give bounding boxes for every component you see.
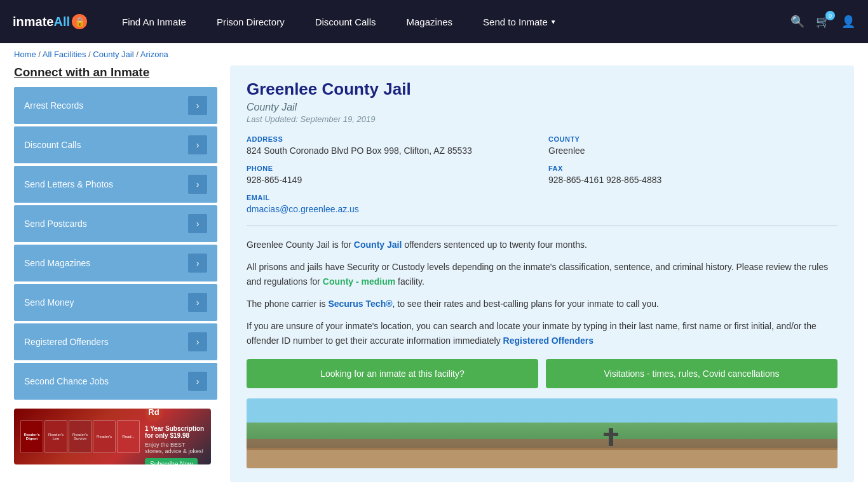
facility-type: County Jail (247, 102, 837, 113)
sidebar-item-label: Send Magazines (24, 258, 90, 268)
dropdown-arrow-icon: ▼ (550, 18, 557, 25)
sidebar-item-second-chance-jobs[interactable]: Second Chance Jobs › (14, 363, 217, 400)
sidebar-item-arrest-records[interactable]: Arrest Records › (14, 87, 217, 124)
arrow-icon: › (188, 96, 207, 115)
desc-1: Greenlee County Jail is for County Jail … (247, 238, 837, 252)
sidebar-item-registered-offenders[interactable]: Registered Offenders › (14, 323, 217, 360)
address-value: 824 South Coronado Blvd PO Box 998, Clif… (247, 146, 536, 156)
breadcrumb: Home / All Facilities / County Jail / Ar… (0, 43, 868, 65)
arrow-icon: › (188, 175, 207, 194)
visitations-button[interactable]: Visitations - times, rules, Covid cancel… (546, 359, 837, 388)
sidebar-item-send-money[interactable]: Send Money › (14, 284, 217, 321)
nav-find-inmate[interactable]: Find An Inmate (107, 0, 201, 43)
find-inmate-button[interactable]: Looking for an inmate at this facility? (247, 359, 538, 388)
phone-value: 928-865-4149 (247, 175, 536, 185)
arrow-icon: › (188, 254, 207, 273)
desc2-rest: facility. (395, 276, 424, 287)
user-icon[interactable]: 👤 (841, 15, 855, 29)
desc3-rest: , to see their rates and best-calling pl… (393, 299, 659, 309)
address-label: ADDRESS (247, 135, 536, 143)
desc3-text: The phone carrier is (247, 299, 328, 309)
logo-icon: 🔒 (71, 13, 88, 30)
sidebar-item-label: Discount Calls (24, 140, 81, 150)
facility-title: Greenlee County Jail (247, 79, 837, 99)
sidebar-menu: Arrest Records › Discount Calls › Send L… (14, 87, 217, 400)
nav-links: Find An Inmate Prison Directory Discount… (107, 0, 790, 43)
email-label: EMAIL (247, 194, 536, 201)
ad-mag-5: Read... (117, 420, 140, 453)
securus-link[interactable]: Securus Tech® (328, 299, 392, 309)
fax-label: FAX (548, 165, 837, 172)
breadcrumb-home[interactable]: Home (14, 50, 36, 59)
logo-text: inmate (13, 15, 53, 29)
nav-magazines[interactable]: Magazines (391, 0, 468, 43)
phone-label: PHONE (247, 165, 536, 172)
breadcrumb-county-jail[interactable]: County Jail (93, 50, 133, 59)
cart-badge: 0 (825, 11, 835, 20)
arrow-icon: › (188, 332, 207, 351)
ad-mag-1: Reader'sDigest (20, 420, 43, 453)
county-jail-link[interactable]: County Jail (354, 240, 402, 250)
facility-content: Greenlee County Jail County Jail Last Up… (230, 65, 854, 482)
breadcrumb-all-facilities[interactable]: All Facilities (43, 50, 86, 59)
arrow-icon: › (188, 135, 207, 154)
sidebar-item-label: Second Chance Jobs (24, 376, 109, 386)
fax-block: FAX 928-865-4161 928-865-4883 (548, 165, 837, 185)
desc1-rest: offenders sentenced up to twenty four mo… (402, 240, 587, 250)
facility-photo (247, 398, 837, 468)
nav-prison-directory[interactable]: Prison Directory (201, 0, 300, 43)
nav-discount-calls[interactable]: Discount Calls (300, 0, 391, 43)
breadcrumb-arizona[interactable]: Arizona (140, 50, 168, 59)
ad-rd-badge: Rd (145, 409, 163, 421)
ad-subtext: Enjoy the BEST stories, advice & jokes! (145, 442, 205, 454)
email-value[interactable]: dmacias@co.greenlee.az.us (247, 204, 359, 214)
sidebar-title: Connect with an Inmate (14, 65, 217, 79)
info-grid: ADDRESS 824 South Coronado Blvd PO Box 9… (247, 135, 837, 226)
arrow-icon: › (188, 214, 207, 233)
sidebar-item-label: Arrest Records (24, 100, 83, 111)
sidebar-item-label: Send Money (24, 297, 74, 308)
desc1-text: Greenlee County Jail is for (247, 240, 354, 250)
sidebar: Connect with an Inmate Arrest Records › … (14, 65, 217, 482)
nav-send-to-inmate-label: Send to Inmate (483, 17, 548, 27)
main-layout: Connect with an Inmate Arrest Records › … (0, 65, 868, 488)
desc-4: If you are unsure of your inmate's locat… (247, 319, 837, 348)
arrow-icon: › (188, 372, 207, 391)
county-label: COUNTY (548, 135, 837, 143)
desc-2: All prisons and jails have Security or C… (247, 260, 837, 289)
arrow-icon: › (188, 293, 207, 312)
desc-3: The phone carrier is Securus Tech®, to s… (247, 297, 837, 311)
sidebar-item-send-magazines[interactable]: Send Magazines › (14, 245, 217, 281)
action-buttons: Looking for an inmate at this facility? … (247, 359, 837, 388)
sidebar-item-label: Send Postcards (24, 219, 87, 229)
phone-block: PHONE 928-865-4149 (247, 165, 536, 185)
address-block: ADDRESS 824 South Coronado Blvd PO Box 9… (247, 135, 536, 156)
svg-text:🔒: 🔒 (74, 17, 86, 27)
photo-cross (609, 428, 613, 446)
ad-mag-3: Reader'sSurvive (69, 420, 92, 453)
fax-value: 928-865-4161 928-865-4883 (548, 175, 837, 185)
sidebar-item-label: Send Letters & Photos (24, 179, 113, 189)
ad-text: 1 Year Subscription for only $19.98 (145, 425, 205, 439)
navbar: inmate All 🔒 Find An Inmate Prison Direc… (0, 0, 868, 43)
logo-all-text: All (53, 15, 70, 29)
sidebar-item-send-postcards[interactable]: Send Postcards › (14, 205, 217, 242)
logo[interactable]: inmate All 🔒 (13, 13, 88, 30)
ad-subscribe-button[interactable]: Subscribe Now (145, 458, 198, 465)
ad-magazines: Reader'sDigest Reader'sLee Reader'sSurvi… (20, 420, 140, 453)
photo-wall (247, 448, 837, 468)
search-icon[interactable]: 🔍 (790, 15, 804, 29)
sidebar-item-discount-calls[interactable]: Discount Calls › (14, 126, 217, 163)
ad-mag-2: Reader'sLee (44, 420, 67, 453)
cart-icon[interactable]: 🛒 0 (816, 15, 830, 29)
facility-last-updated: Last Updated: September 19, 2019 (247, 114, 837, 124)
sidebar-item-send-letters[interactable]: Send Letters & Photos › (14, 166, 217, 203)
ad-mag-4: Reader's (93, 420, 116, 453)
county-medium-link[interactable]: County - medium (323, 276, 395, 287)
ad-content: Rd 1 Year Subscription for only $19.98 E… (145, 409, 205, 464)
nav-icons: 🔍 🛒 0 👤 (790, 15, 855, 29)
nav-send-to-inmate[interactable]: Send to Inmate ▼ (468, 0, 572, 43)
registered-offenders-link[interactable]: Registered Offenders (503, 336, 593, 346)
email-block: EMAIL dmacias@co.greenlee.az.us (247, 194, 536, 214)
sidebar-ad: Reader'sDigest Reader'sLee Reader'sSurvi… (14, 409, 211, 464)
